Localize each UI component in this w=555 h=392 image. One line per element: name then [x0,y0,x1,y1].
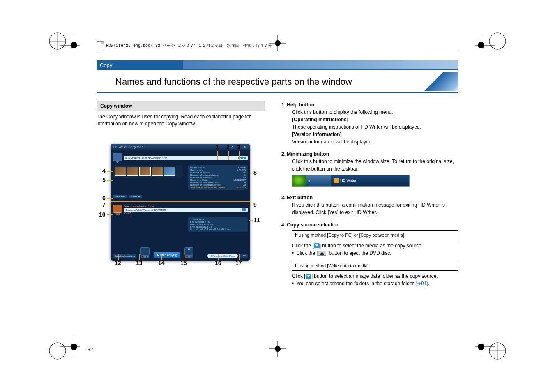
destination-selector[interactable]: C:\Users\Public\Pictures\HDWRITER ▾ [124,208,248,212]
crop-mark-br [475,337,495,357]
thumb[interactable] [152,167,163,176]
usage-box-2: If using method [Write data to media]: [292,261,458,271]
page-icon [97,41,104,50]
callout-12: 12 [115,260,121,266]
item-minimizing-button: 2. Minimizing button Click this button t… [281,150,458,189]
settings-button[interactable]: ⚙ [184,247,193,256]
copy-source-text: K: MATSHITA USB2 SDHC/MMC 1.26 [125,157,167,159]
item-exit-button: 3. Exit button If you click this button,… [281,194,458,216]
hdd-icon [113,205,122,213]
app-title: HD Writer Copy to PC [113,145,145,149]
quicklaunch-icon: » [306,175,331,186]
callout-1: 1 [216,144,219,150]
callout-17: 17 [235,260,242,266]
exit-button[interactable]: Exit [240,254,248,258]
close-button[interactable]: X [242,145,248,149]
item-help-button: 1. Help button Click this button to disp… [281,101,458,145]
print-header: HDWriter25_eng.book 32 ページ ２００７年１２月２６日 水… [97,41,458,51]
title-underline [97,92,458,93]
app-icon [334,178,339,183]
callout-13: 13 [136,260,143,266]
callout-4: 4 [102,168,106,174]
callout-11: 11 [253,217,260,224]
page-number: 32 [88,347,93,353]
operating-instructions-link[interactable]: Operating Instructions [113,254,136,258]
select-all-button[interactable]: Select All [113,195,127,198]
callout-16: 16 [215,260,221,266]
title-decor-left [97,72,113,91]
sd-icon [113,153,122,161]
thumb[interactable] [139,167,151,176]
taskbar-illustration: » HD Writer [292,175,410,187]
dest-stats: Volume label: File system:NTFS Used spac… [188,217,248,232]
clear-all-button[interactable]: Clear All [129,195,142,198]
bullet-eject: • Click the [] button to eject the DVD d… [292,249,458,257]
title-decor-right [409,72,458,91]
bullet-storage-folder: • You can select among the folders in th… [292,280,458,287]
callout-10: 10 [99,211,106,218]
callout-5: 5 [102,177,106,183]
callout-9: 9 [253,201,257,208]
crop-mark-bl [60,337,80,357]
text-select-media: Click the [] button to select the media … [292,242,458,249]
dropdown-icon [306,274,311,279]
thumbnails[interactable] [113,165,183,178]
usage-box-1: If using method [Copy to PC] or [Copy be… [292,230,458,240]
app-window: HD Writer Copy to PC ? _ X SD [111,144,250,261]
callout-2: 2 [226,144,230,150]
sd-label: SD [113,161,122,164]
page-link-91[interactable]: (➜91) [415,281,428,286]
callout-3: 3 [237,144,240,150]
src-dropdown-icon[interactable]: ▾ ▲ [238,157,246,159]
section-tab-gradient [183,60,458,70]
copy-source-selector[interactable]: K: MATSHITA USB2 SDHC/MMC 1.26 ▾ ▲ [124,156,248,160]
print-header-text: HDWriter25_eng.book 32 ページ ２００７年１２月２６日 水… [106,43,272,48]
start-button-icon [292,175,306,186]
return-button[interactable]: ⟲ Return to Start Menu [207,254,238,258]
callout-6: 6 [102,195,106,201]
item-copy-source: 4. Copy source selection If using method… [281,221,458,287]
text-select-folder: Click [] button to select an image data … [292,272,458,280]
thumb[interactable] [127,167,138,176]
section-tab: Copy [97,60,183,70]
crop-mark-tr [475,35,495,55]
callout-14: 14 [158,260,165,266]
callout-15: 15 [180,260,187,266]
page-title: Names and functions of the respective pa… [113,72,409,91]
callout-8: 8 [253,169,257,176]
refresh-button[interactable] [140,247,150,256]
eject-icon [318,251,326,256]
copy-window-heading: Copy window [97,101,265,111]
taskbar-app-button: HD Writer [331,175,409,186]
dropdown-icon [314,243,320,248]
thumb[interactable] [115,167,126,176]
dest-dropdown-icon[interactable]: ▾ [242,208,246,211]
callout-7: 7 [102,201,106,208]
help-button[interactable]: ? [229,145,235,149]
media-stats: Media status:Unlock Used space:484 MB Nu… [188,165,248,190]
crop-mark-tl [60,35,80,55]
start-copying-button[interactable]: ▶Start copying [154,252,180,258]
intro-text: The Copy window is used for copying. Rea… [97,113,265,127]
hdd-label: HDD [113,213,122,215]
annotated-screenshot: 1 2 3 4 5 6 7 10 8 9 11 [97,144,265,261]
thumb-play[interactable] [164,167,175,176]
